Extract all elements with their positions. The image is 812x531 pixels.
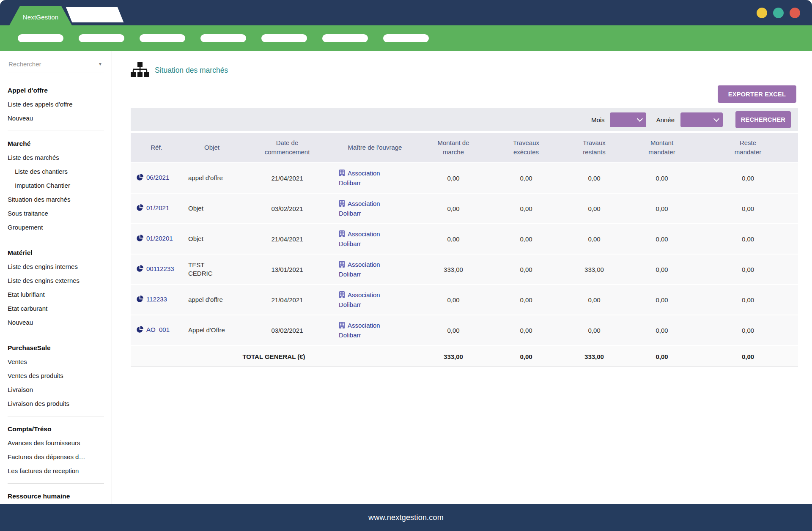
amount-cell: 333,00 [562, 255, 626, 284]
page-title: Situation des marchés [155, 66, 228, 75]
rechercher-button[interactable]: RECHERCHER [735, 111, 791, 128]
divider [8, 416, 104, 416]
sidebar-item-liste-appels-offre[interactable]: Liste des appels d'offre [8, 97, 112, 111]
ref-link[interactable]: 00112233 [146, 265, 174, 272]
date-cell: 13/01/2021 [241, 255, 333, 284]
brand-tab[interactable]: NextGestion [9, 6, 72, 25]
amount-cell: 0,00 [698, 255, 798, 284]
objet-cell: Objet [182, 224, 241, 254]
total-row: TOTAL GENERAL (€) 333,00 0,00 333,00 0,0… [131, 346, 798, 367]
ref-link[interactable]: AO_001 [146, 326, 170, 333]
main-content: Situation des marchés EXPORTER EXCEL Moi… [112, 51, 812, 504]
table-row: 00112233 TEST CEDRIC 13/01/2021 Associat… [131, 255, 798, 284]
nav-pill[interactable] [18, 34, 63, 42]
amount-cell: 0,00 [626, 315, 698, 345]
total-amount: 333,00 [417, 346, 490, 367]
building-icon [339, 200, 345, 209]
minimize-button[interactable] [757, 8, 767, 18]
pie-chart-icon [136, 204, 143, 213]
date-cell: 03/02/2021 [241, 194, 333, 223]
sidebar-item-livraison[interactable]: Livraison [8, 383, 112, 397]
pie-chart-icon [136, 174, 143, 182]
maximize-button[interactable] [773, 8, 784, 18]
table-row: AO_001 Appel d'Offre 03/02/2021 Associat… [131, 315, 798, 345]
sidebar-item-imputation-chantier[interactable]: Imputation Chantier [8, 178, 112, 192]
amount-cell: 0,00 [490, 194, 562, 223]
building-icon [339, 230, 345, 239]
year-select[interactable] [680, 112, 723, 127]
col-ref: Réf. [131, 133, 182, 162]
date-cell: 03/02/2021 [241, 315, 333, 345]
divider [8, 483, 104, 484]
chevron-down-icon [637, 116, 643, 122]
col-objet: Objet [182, 133, 241, 162]
sidebar-item-factures-depenses[interactable]: Factures des dépenses d… [8, 450, 112, 464]
amount-cell: 0,00 [417, 315, 490, 345]
amount-cell: 0,00 [490, 315, 562, 345]
month-select[interactable] [610, 112, 646, 127]
footer-url: www.nextgestion.com [368, 513, 444, 522]
sidebar-section-marche: Marché [8, 137, 112, 151]
col-travaux-restants: Travaux restants [562, 133, 626, 162]
objet-cell: TEST CEDRIC [182, 255, 241, 284]
amount-cell: 333,00 [417, 255, 490, 284]
amount-cell: 0,00 [562, 194, 626, 223]
export-excel-button[interactable]: EXPORTER EXCEL [718, 85, 796, 103]
amount-cell: 0,00 [698, 224, 798, 254]
sidebar-item-engins-externes[interactable]: Liste des engins externes [8, 274, 112, 287]
ref-link[interactable]: 01/20201 [146, 235, 173, 242]
page-footer: www.nextgestion.com [0, 504, 812, 531]
sidebar-item-ventes[interactable]: Ventes [8, 355, 112, 369]
nav-pill[interactable] [140, 34, 185, 42]
date-cell: 21/04/2021 [241, 285, 333, 315]
amount-cell: 0,00 [562, 163, 626, 193]
col-maitre: Maître de l'ouvrage [333, 133, 417, 162]
total-amount: 0,00 [626, 346, 698, 367]
marches-table: Réf. Objet Date de commencement Maître d… [131, 132, 798, 368]
chevron-down-icon[interactable]: ▼ [98, 62, 104, 66]
sidebar-item-ventes-produits[interactable]: Ventes des produits [8, 369, 112, 383]
sidebar-section-ressource-humaine: Ressource humaine [8, 489, 112, 503]
total-amount: 333,00 [562, 346, 626, 367]
year-label: Année [656, 116, 675, 123]
ref-link[interactable]: 112233 [146, 296, 167, 303]
total-amount: 0,00 [490, 346, 562, 367]
sidebar-item-groupement[interactable]: Groupement [8, 220, 112, 234]
search-input[interactable] [8, 60, 98, 68]
sidebar-item-livraison-produits[interactable]: Livraison des produits [8, 397, 112, 411]
sidebar-item-sous-traitance[interactable]: Sous traitance [8, 206, 112, 220]
amount-cell: 0,00 [417, 224, 490, 254]
objet-cell: Objet [182, 194, 241, 223]
nav-pill[interactable] [383, 34, 429, 42]
amount-cell: 0,00 [698, 315, 798, 345]
sidebar-item-situation-marches[interactable]: Situation des marchés [8, 192, 112, 206]
inactive-tab[interactable] [66, 7, 124, 22]
nav-pill[interactable] [79, 34, 124, 42]
sidebar-section-purchasesale: PurchaseSale [8, 341, 112, 355]
sidebar-item-etat-lubrifiant[interactable]: Etat lubrifiant [8, 287, 112, 301]
nav-pill[interactable] [322, 34, 368, 42]
sidebar-item-factures-reception[interactable]: Les factures de reception [8, 464, 112, 478]
pie-chart-icon [136, 326, 143, 334]
amount-cell: 0,00 [490, 285, 562, 315]
amount-cell: 0,00 [626, 194, 698, 223]
sidebar-item-nouveau-materiel[interactable]: Nouveau [8, 315, 112, 329]
sidebar-item-engins-internes[interactable]: Liste des engins internes [8, 260, 112, 274]
close-button[interactable] [790, 8, 800, 18]
building-icon [339, 261, 345, 270]
pie-chart-icon [136, 265, 143, 274]
sidebar-item-liste-marches[interactable]: Liste des marchés [8, 151, 112, 164]
sidebar-item-liste-chantiers[interactable]: Liste des chantiers [8, 164, 112, 178]
nav-pill[interactable] [200, 34, 246, 42]
table-row: 01/2021 Objet 03/02/2021 Association Dol… [131, 194, 798, 223]
sidebar-item-avances-fournisseurs[interactable]: Avances des fournisseurs [8, 436, 112, 450]
sidebar-item-nouveau-appel[interactable]: Nouveau [8, 111, 112, 125]
ref-link[interactable]: 06/2021 [146, 174, 169, 181]
col-travaux-executes: Traveaux exécutes [490, 133, 562, 162]
ref-link[interactable]: 01/2021 [146, 204, 169, 211]
sidebar-section-compta-treso: Compta/Tréso [8, 422, 112, 436]
sidebar-search[interactable]: ▼ [8, 60, 104, 72]
main-navbar [0, 25, 812, 51]
sidebar-item-etat-carburant[interactable]: Etat carburant [8, 301, 112, 315]
nav-pill[interactable] [261, 34, 307, 42]
